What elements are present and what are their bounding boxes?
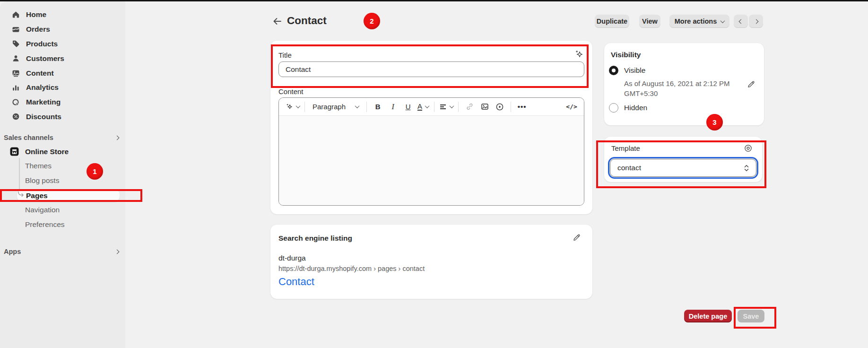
content-field-label: Content (278, 87, 304, 96)
image-icon (481, 103, 489, 111)
toolbar-divider (458, 102, 459, 112)
sidebar-item-content[interactable]: Content (0, 66, 125, 80)
tree-connector-line (19, 158, 20, 191)
toolbar-divider (434, 102, 434, 112)
sidebar-item-label: Orders (26, 25, 50, 34)
more-actions-label: More actions (675, 17, 717, 25)
sidebar-item-online-store[interactable]: Online Store (10, 145, 69, 158)
preferences-label: Preferences (25, 220, 65, 229)
template-select[interactable]: contact (610, 159, 756, 177)
bold-button[interactable]: B (372, 100, 384, 113)
italic-button[interactable]: I (387, 100, 399, 113)
sidebar-item-orders[interactable]: Orders (0, 22, 125, 37)
sidebar-item-analytics[interactable]: Analytics (0, 80, 125, 95)
alignment-button[interactable] (439, 100, 453, 113)
title-input[interactable] (278, 61, 584, 77)
sidebar-item-home[interactable]: Home (0, 8, 125, 22)
template-selected-value: contact (617, 164, 641, 172)
hidden-label: Hidden (624, 104, 647, 112)
sidebar-item-blog-posts[interactable]: Blog posts (25, 174, 59, 188)
sidebar-item-label: Marketing (26, 98, 61, 106)
previous-page-button[interactable] (734, 15, 748, 28)
hidden-radio-row[interactable]: Hidden (609, 103, 647, 113)
apps-label: Apps (4, 248, 21, 255)
ai-assist-button[interactable] (285, 100, 300, 113)
sidebar-item-marketing[interactable]: Marketing (0, 95, 125, 110)
visible-radio-row[interactable]: Visible (609, 66, 645, 75)
chevron-down-icon (296, 104, 301, 108)
paragraph-style-dropdown[interactable]: Paragraph (310, 100, 362, 113)
back-button[interactable] (271, 16, 283, 27)
align-left-icon (439, 104, 447, 110)
edit-visibility-pencil-icon[interactable] (747, 80, 755, 88)
page-details-card: Title Content Paragraph B I U A (270, 41, 592, 214)
orders-icon (12, 26, 20, 34)
insert-image-button[interactable] (478, 100, 491, 113)
sidebar-item-label: Home (26, 10, 46, 19)
sales-channels-label: Sales channels (4, 134, 53, 141)
template-card: Template contact (604, 137, 762, 182)
chevron-left-icon (738, 19, 743, 24)
next-page-button[interactable] (749, 15, 763, 28)
save-button-disabled[interactable]: Save (738, 310, 764, 322)
editor-content-area[interactable] (279, 116, 584, 206)
underline-button[interactable]: U (402, 100, 414, 113)
title-field-label: Title (278, 51, 292, 59)
visibility-timestamp: As of August 16, 2021 at 2:12 PM GMT+5:3… (624, 78, 737, 98)
more-actions-button[interactable]: More actions (669, 15, 729, 28)
chevron-down-icon (425, 104, 430, 108)
sidebar-item-discounts[interactable]: Discounts (0, 110, 125, 124)
analytics-icon (12, 84, 20, 92)
edit-seo-pencil-icon[interactable] (573, 233, 581, 242)
insert-link-button[interactable] (463, 100, 476, 113)
sidebar-section-apps[interactable]: Apps (4, 246, 119, 257)
sidebar-item-preferences[interactable]: Preferences (25, 218, 65, 232)
sidebar-item-navigation[interactable]: Navigation (25, 203, 60, 217)
show-html-button[interactable]: </> (565, 100, 578, 113)
link-icon (466, 103, 474, 111)
sidebar-item-label: Content (26, 69, 54, 78)
text-color-button[interactable]: A (417, 100, 429, 113)
blog-posts-label: Blog posts (25, 176, 59, 185)
chevron-down-icon (450, 104, 454, 108)
code-glyph: </> (566, 103, 577, 110)
view-template-eye-icon[interactable] (744, 144, 753, 153)
toolbar-divider (366, 102, 367, 112)
sidebar-item-products[interactable]: Products (0, 37, 125, 52)
chevron-right-icon (115, 135, 120, 140)
delete-page-label: Delete page (689, 313, 727, 320)
seo-site-name: dt-durga (278, 254, 306, 262)
search-engine-listing-card: Search engine listing dt-durga https://d… (270, 225, 592, 299)
page-title: Contact (287, 15, 327, 27)
toolbar-divider (511, 102, 511, 112)
sidebar-item-pages-selected[interactable]: Pages (17, 189, 120, 202)
home-icon (12, 11, 20, 19)
select-updown-icon (744, 164, 749, 172)
sidebar-item-customers[interactable]: Customers (0, 51, 125, 66)
customers-icon (12, 54, 20, 62)
insert-video-button[interactable] (494, 100, 506, 113)
chevron-right-icon (115, 249, 120, 254)
paragraph-label: Paragraph (312, 103, 346, 111)
video-icon (495, 103, 504, 111)
duplicate-button[interactable]: Duplicate (595, 15, 629, 28)
italic-glyph: I (391, 103, 394, 111)
tree-arrow-icon (17, 191, 25, 199)
rich-text-editor: Paragraph B I U A (278, 97, 584, 206)
editor-toolbar: Paragraph B I U A (279, 98, 584, 116)
sidebar-item-themes[interactable]: Themes (25, 159, 52, 173)
more-formatting-button[interactable]: ••• (516, 100, 528, 113)
navigation-label: Navigation (25, 206, 60, 214)
more-dots-glyph: ••• (518, 103, 527, 111)
view-label: View (642, 17, 658, 25)
toolbar-divider (304, 102, 305, 112)
pages-label: Pages (26, 191, 48, 200)
radio-selected-icon[interactable] (609, 66, 618, 75)
sidebar-section-sales-channels[interactable]: Sales channels (4, 132, 119, 143)
ai-sparkle-icon[interactable] (573, 49, 584, 59)
view-button[interactable]: View (639, 15, 660, 28)
radio-unselected-icon[interactable] (609, 103, 618, 113)
online-store-icon (10, 147, 19, 156)
delete-page-button[interactable]: Delete page (684, 310, 732, 322)
sidebar-item-label: Products (26, 40, 58, 48)
